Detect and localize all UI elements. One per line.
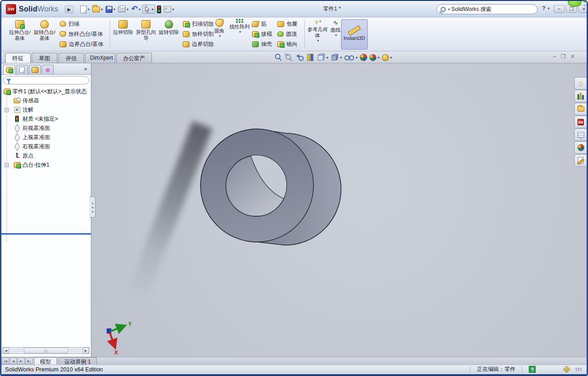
options-button[interactable]: ▾ bbox=[163, 4, 175, 14]
apply-scene-button[interactable]: ▾ bbox=[370, 54, 380, 61]
panel-chevron-icon[interactable]: » bbox=[84, 65, 87, 72]
configurationmanager-tab[interactable] bbox=[29, 65, 41, 74]
tab-sketch[interactable]: 草图 bbox=[32, 53, 57, 63]
tab-features[interactable]: 特征 bbox=[5, 53, 31, 63]
tree-item-material[interactable]: 材质 <未指定> bbox=[1, 114, 91, 123]
expand-plus-icon[interactable]: + bbox=[5, 163, 9, 167]
view-orientation-button[interactable]: ▾ bbox=[317, 53, 328, 62]
edit-appearance-button[interactable] bbox=[360, 54, 367, 61]
help-caret-icon[interactable]: ▾ bbox=[548, 6, 549, 11]
rollback-bar[interactable] bbox=[1, 233, 91, 235]
first-study-button[interactable]: |◀ bbox=[2, 358, 9, 364]
scroll-left-arrow-icon[interactable]: ◀ bbox=[3, 348, 9, 354]
linear-pattern-button[interactable]: 线性阵列 ▾ bbox=[230, 19, 250, 34]
undo-button[interactable]: ↶▾ bbox=[130, 4, 141, 14]
rib-button[interactable]: 筋 bbox=[251, 19, 274, 28]
tree-filter-box[interactable] bbox=[3, 76, 89, 84]
dropdown-caret-icon[interactable]: ▾ bbox=[356, 56, 358, 60]
zoom-to-area-button[interactable] bbox=[285, 53, 293, 62]
dropdown-caret-icon[interactable]: ▾ bbox=[335, 33, 337, 37]
next-study-button[interactable]: ▶ bbox=[17, 358, 25, 364]
select-tool-button[interactable]: ▾ bbox=[142, 5, 155, 14]
tab-dimxpert[interactable]: DimXpert bbox=[85, 53, 115, 63]
solidworks-menu-button[interactable]: SW SolidWorks ▶ bbox=[3, 3, 76, 16]
tree-item-origin[interactable]: 原点 bbox=[1, 151, 91, 160]
part-model[interactable] bbox=[194, 121, 359, 268]
print-button[interactable]: ▾ bbox=[117, 4, 129, 14]
tree-item-right-plane[interactable]: 右视基准面 bbox=[1, 142, 91, 151]
wrap-button[interactable]: 包覆 bbox=[276, 19, 299, 28]
quick-tips-help-icon[interactable]: ? bbox=[529, 366, 536, 373]
file-explorer-button[interactable] bbox=[574, 103, 587, 115]
resize-grip[interactable] bbox=[576, 368, 582, 371]
hole-wizard-button[interactable]: 异型孔向导 bbox=[135, 19, 157, 50]
boundary-cut-button[interactable]: 边界切除 bbox=[181, 39, 215, 49]
propertymanager-tab[interactable] bbox=[16, 65, 28, 74]
dropdown-caret-icon[interactable]: ▾ bbox=[317, 39, 319, 43]
tree-horizontal-scrollbar[interactable]: ◀ ||| ▶ bbox=[2, 347, 90, 354]
expand-plus-icon[interactable]: + bbox=[5, 108, 9, 112]
save-button[interactable]: ▾ bbox=[105, 4, 116, 14]
graphics-area[interactable]: Y X bbox=[91, 63, 588, 357]
search-box[interactable]: ▾ bbox=[437, 4, 538, 14]
display-style-button[interactable]: ▾ bbox=[330, 53, 342, 62]
tree-item-sensors[interactable]: 传感器 bbox=[1, 96, 91, 105]
scroll-right-arrow-icon[interactable]: ▶ bbox=[83, 348, 89, 354]
dropdown-caret-icon[interactable]: ▾ bbox=[378, 56, 380, 60]
tree-item-annotations[interactable]: + A 注解 bbox=[1, 105, 91, 114]
search-input[interactable] bbox=[451, 6, 520, 12]
tab-office-products[interactable]: 办公室产品 bbox=[116, 53, 152, 63]
lofted-boss-button[interactable]: 放样凸台/基体 bbox=[58, 29, 105, 39]
fillet-button[interactable]: 圆角 ▾ bbox=[209, 19, 230, 38]
tab-evaluate[interactable]: 评估 bbox=[58, 53, 84, 63]
dropdown-caret-icon[interactable]: ▾ bbox=[239, 30, 241, 34]
minimize-button[interactable]: – bbox=[554, 5, 565, 13]
tab-model[interactable]: 模型 bbox=[34, 357, 57, 365]
open-button[interactable]: ▾ bbox=[91, 4, 104, 14]
tree-item-top-plane[interactable]: 上视基准面 bbox=[1, 133, 91, 142]
previous-view-button[interactable] bbox=[295, 53, 304, 62]
zoom-to-fit-button[interactable] bbox=[274, 53, 282, 62]
tags-icon[interactable] bbox=[563, 366, 571, 373]
design-library-button[interactable] bbox=[574, 90, 587, 102]
extruded-cut-button[interactable]: 拉伸切除 bbox=[112, 19, 134, 50]
doc-minimize-button[interactable]: – bbox=[553, 53, 556, 60]
new-document-button[interactable]: ▾ bbox=[79, 4, 90, 14]
hide-show-items-button[interactable]: ▾ bbox=[344, 54, 358, 61]
view-palette-button[interactable] bbox=[574, 129, 587, 141]
boundary-boss-button[interactable]: 边界凸台/基体 bbox=[58, 39, 105, 49]
panel-collapse-handle[interactable]: ◂◂◂ bbox=[90, 196, 95, 218]
instant3d-toggle-button[interactable]: Instant3D bbox=[341, 19, 368, 50]
dropdown-caret-icon[interactable]: ▾ bbox=[219, 34, 221, 38]
doc-restore-button[interactable]: ❐ bbox=[561, 53, 566, 60]
tree-root-part[interactable]: 零件1 (默认<<默认>_显示状态 bbox=[1, 87, 91, 96]
search-scope-caret-icon[interactable]: ▾ bbox=[448, 7, 450, 11]
revolved-boss-button[interactable]: 旋转凸台/基体 bbox=[34, 19, 56, 50]
appearances-scenes-button[interactable] bbox=[574, 141, 587, 154]
dropdown-caret-icon[interactable]: ▾ bbox=[390, 56, 392, 60]
section-view-button[interactable] bbox=[306, 53, 314, 62]
solidworks-resources-button[interactable]: ⌂ bbox=[574, 77, 587, 90]
swept-boss-button[interactable]: 扫描 bbox=[58, 19, 105, 28]
help-button[interactable]: ? bbox=[542, 5, 545, 11]
dimxpertmanager-tab[interactable]: ⊕ bbox=[42, 65, 54, 74]
dropdown-caret-icon[interactable]: ▾ bbox=[326, 56, 328, 60]
featuremanager-tree-tab[interactable] bbox=[3, 65, 15, 74]
tree-item-front-plane[interactable]: 前视基准面 bbox=[1, 123, 91, 133]
tab-motion-study[interactable]: 运动算例 1 bbox=[58, 357, 97, 365]
view-settings-button[interactable]: ▾ bbox=[382, 54, 392, 61]
draft-button[interactable]: 拔模 bbox=[251, 29, 274, 39]
dome-button[interactable]: 圆顶 bbox=[276, 29, 299, 39]
last-study-button[interactable]: ▶| bbox=[25, 358, 33, 364]
rebuild-button[interactable] bbox=[156, 4, 162, 14]
revolved-cut-button[interactable]: 旋转切除 bbox=[158, 19, 179, 50]
custom-properties-button[interactable] bbox=[574, 154, 587, 167]
dropdown-caret-icon[interactable]: ▾ bbox=[340, 56, 342, 60]
solidworks-search-button[interactable]: SW bbox=[574, 116, 587, 128]
reference-geometry-button[interactable]: ✳* 参考几何体 ▾ bbox=[307, 19, 329, 43]
mirror-button[interactable]: 镜向 bbox=[276, 39, 299, 49]
previous-study-button[interactable]: ◀ bbox=[10, 358, 17, 364]
doc-close-button[interactable]: ✕ bbox=[570, 53, 575, 60]
scrollbar-thumb[interactable]: ||| bbox=[24, 348, 68, 354]
menu-expand-arrow-icon[interactable]: ▶ bbox=[65, 6, 74, 13]
